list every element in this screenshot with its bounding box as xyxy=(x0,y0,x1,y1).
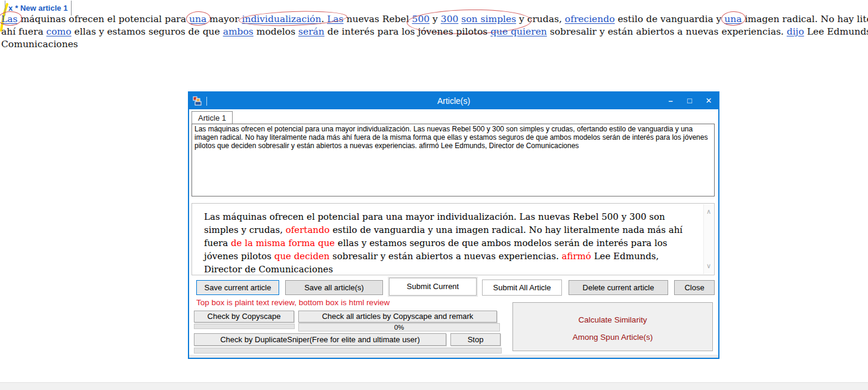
stop-button[interactable]: Stop xyxy=(450,333,501,346)
text-segment: crudas, xyxy=(524,14,565,24)
check-all-copyscape-button[interactable]: Check all articles by Copyscape and rema… xyxy=(298,311,497,323)
spin-term-link[interactable]: una xyxy=(189,14,206,24)
spin-term-link[interactable]: 500 xyxy=(412,14,430,24)
text-segment: mayor xyxy=(206,14,242,24)
text-segment: ellas y estamos seguros de que xyxy=(72,26,223,37)
text-segment: máquinas ofrecen el potencial para xyxy=(18,14,189,24)
article-text-line-3: Comunicaciones xyxy=(1,38,78,51)
spin-term-link[interactable]: ofreciendo xyxy=(565,14,615,24)
form-icon xyxy=(193,96,202,106)
submit-current-button[interactable]: Submit Current xyxy=(389,278,477,296)
text-segment: estilo de vanguardia y xyxy=(615,14,725,24)
text-segment: nuevas Rebel xyxy=(344,14,412,24)
spin-term-link[interactable]: ambos xyxy=(223,26,254,37)
similarity-label-line1: Calculate Similarity xyxy=(513,315,712,324)
text-segment: y xyxy=(430,14,441,24)
text-segment: sobresalir y están abiertos a nuevas exp… xyxy=(547,26,787,37)
review-note-label: Top box is plaint text review, bottom bo… xyxy=(196,298,390,307)
page-bottom-strip xyxy=(0,382,868,390)
spin-term-link[interactable]: Las xyxy=(327,14,344,24)
annotated-word-group: una xyxy=(724,14,742,24)
text-segment: Lee Edmunds, xyxy=(804,26,868,37)
annotated-word-group: una xyxy=(189,14,206,24)
article-text-line-1: Las máquinas ofrecen el potencial para u… xyxy=(1,13,868,26)
editor-tab-label: * New article 1 xyxy=(15,4,67,13)
scroll-down-icon[interactable]: ∨ xyxy=(704,260,713,273)
annotated-word-group: Las xyxy=(1,14,18,24)
spin-term-link[interactable]: una xyxy=(724,14,742,24)
text-segment: ahí fuera xyxy=(1,26,47,37)
save-all-articles-button[interactable]: Save all article(s) xyxy=(285,280,383,295)
text-segment: y xyxy=(516,14,524,24)
scroll-up-icon[interactable]: ∧ xyxy=(704,205,713,219)
copyscape-progress-bar xyxy=(194,324,295,329)
close-icon[interactable]: ✕ xyxy=(699,93,718,109)
article-text-line-2: ahí fuera como ellas y estamos seguros d… xyxy=(1,26,868,38)
minimize-icon[interactable]: – xyxy=(661,93,680,109)
spin-term-link[interactable]: Las xyxy=(1,14,18,24)
plain-text-review-box[interactable]: Las máquinas ofrecen el potencial para u… xyxy=(191,124,715,196)
html-review-scrollbar-layer: ∧ ∨ xyxy=(191,203,715,275)
close-button[interactable]: Close xyxy=(674,280,715,295)
spin-term-link[interactable]: son simples xyxy=(461,14,516,24)
spin-term-link[interactable]: como xyxy=(47,26,72,37)
spin-term-link[interactable]: serán xyxy=(298,26,325,37)
similarity-label-line2: Among Spun Article(s) xyxy=(513,333,712,342)
delete-current-article-button[interactable]: Delete current article xyxy=(569,280,668,295)
spin-term-link[interactable]: que quieren xyxy=(490,26,547,37)
tab-article-1[interactable]: Article 1 xyxy=(191,111,233,124)
save-current-article-button[interactable]: Save current article xyxy=(196,280,279,295)
text-segment: imagen radical. No hay literalmente xyxy=(742,14,868,24)
scrollbar[interactable]: ∧ ∨ xyxy=(703,204,713,274)
articles-dialog: Article(s) – □ ✕ Article 1 Las máquinas … xyxy=(188,91,719,359)
annotated-word-group: individualización. Las xyxy=(242,14,343,24)
maximize-icon[interactable]: □ xyxy=(680,93,699,109)
dialog-title: Article(s) xyxy=(189,96,718,106)
submit-all-article-button[interactable]: Submit All Article xyxy=(482,280,562,296)
spin-term-link[interactable]: dijo xyxy=(787,26,804,37)
check-duplicatesniper-button[interactable]: Check by DuplicateSniper(Free for elite … xyxy=(194,333,446,346)
annotated-word-group: 500 y 300 son simples y xyxy=(412,14,524,24)
duplicatesniper-progress-bar xyxy=(194,348,502,354)
spin-term-link[interactable]: individualización xyxy=(242,14,321,24)
check-by-copyscape-button[interactable]: Check by Copyscape xyxy=(194,311,294,323)
text-segment: . xyxy=(321,14,327,24)
spin-term-link[interactable]: 300 xyxy=(441,14,459,24)
text-segment: Comunicaciones xyxy=(1,39,78,50)
dialog-bottom-edge xyxy=(189,355,718,358)
calculate-similarity-button[interactable]: Calculate Similarity Among Spun Article(… xyxy=(512,302,713,351)
dialog-titlebar[interactable]: Article(s) – □ ✕ xyxy=(189,93,718,109)
tab-close-icon[interactable]: x xyxy=(8,4,13,13)
copyscape-all-progress-bar: 0% xyxy=(298,323,500,331)
text-segment: modelos xyxy=(254,26,298,37)
text-segment: de interés para los jóvenes pilotos xyxy=(325,26,490,37)
titlebar-separator xyxy=(206,97,207,106)
